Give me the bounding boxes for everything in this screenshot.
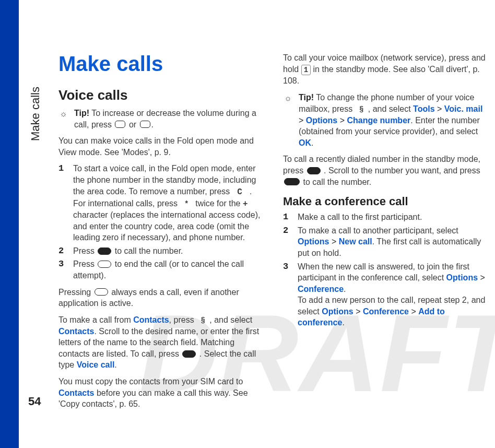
step-number: 1 [58,163,64,175]
step-text: to call the number. [112,246,183,255]
contacts-link: Contacts [58,388,94,397]
contacts-link: Contacts [133,315,169,324]
separator: > [353,307,363,316]
separator: > [329,237,338,246]
step-text: To make a call to another participant, s… [298,226,458,235]
list-item: 2 To make a call to another participant,… [283,225,490,259]
change-number-link: Change number [347,116,410,125]
tip-text-b: or [126,120,138,129]
text: Pressing [58,288,93,297]
call-key-icon [307,167,321,174]
text: . [311,138,313,147]
menu-key-icon: § [196,316,209,326]
list-item: 2 Press to call the number. [58,245,265,257]
conference-link: Conference [363,307,409,316]
tip-text-a: To increase or decrease the volume durin… [74,109,256,129]
text: , and select [368,104,413,113]
tip-label: Tip! [299,93,314,102]
paragraph-modes: You can make voice calls in the Fold ope… [58,135,265,158]
voic-mail-link: Voic. mail [444,104,483,113]
step-text: . [342,318,344,327]
options-link: Options [322,307,353,316]
paragraph-recent-dial: To call a recently dialed number in the … [283,154,490,187]
content-area: Make calls Voice calls ☼ Tip! To increas… [58,52,490,417]
step-text: To start a voice call, in the Fold open … [73,164,256,195]
joystick-icon [115,121,125,128]
ok-link: OK [299,138,311,147]
end-key-icon [95,288,108,296]
tip-text-c: . [151,120,154,129]
page-title: Make calls [58,52,265,76]
step-number: 2 [283,225,288,237]
list-item: 1 Make a call to the first participant. [283,211,490,223]
paragraph-voice-mailbox: To call your voice mailbox (network serv… [283,52,490,87]
text-columns: Make calls Voice calls ☼ Tip! To increas… [58,52,490,417]
clear-key-icon: C [232,187,248,197]
list-item: 3 Press to end the call (or to cancel th… [58,258,265,281]
options-link: Options [298,237,329,246]
call-key-icon [182,350,196,358]
separator: > [409,307,418,316]
blue-sidebar [0,0,19,448]
step-text: For international calls, press [73,199,180,208]
text: , and select [209,315,252,324]
step-text: twice for the [193,199,243,208]
options-link: Options [446,273,478,282]
new-call-link: New call [339,237,372,246]
call-key-icon [98,247,111,255]
text: , press [169,315,196,324]
voice-call-steps: 1 To start a voice call, in the Fold ope… [58,163,265,281]
step-number: 3 [283,261,288,273]
conference-steps: 1 Make a call to the first participant. … [283,211,490,328]
text: You must copy the contacts from your SIM… [58,377,243,386]
separator: > [478,273,485,282]
page: { "watermark": "DRAFT", "side_label": "M… [0,0,495,448]
lightbulb-icon: ☼ [284,92,292,104]
plus-char: + [243,199,248,208]
end-key-icon [98,261,111,268]
joystick-icon [140,121,150,128]
step-text: . [344,285,346,293]
menu-key-icon: § [355,105,368,115]
subsection-conference: Make a conference call [283,195,490,208]
tip-volume: ☼ Tip! To increase or decrease the volum… [58,108,265,130]
contacts-link: Contacts [58,327,94,336]
step-text: Press [73,246,97,255]
step-text: When the new call is answered, to join t… [298,262,469,282]
list-item: 3 When the new call is answered, to join… [283,261,490,329]
paragraph-copy-contacts: You must copy the contacts from your SIM… [58,376,265,410]
tip-change-mailbox: ☼ Tip! To change the phone number of you… [283,92,490,148]
list-item: 1 To start a voice call, in the Fold ope… [58,163,265,243]
side-label: Make calls [29,87,42,141]
separator: > [299,116,306,125]
tools-link: Tools [413,104,434,113]
step-text: Press [73,260,97,268]
text: . [114,360,116,369]
step-text: . [248,187,252,196]
text: . Scroll to the number you want, and pre… [322,166,480,175]
options-link: Options [306,116,337,125]
text: in the standby mode. See also 'Call dive… [283,65,480,86]
paragraph-end-key: Pressing always ends a call, even if ano… [58,287,265,309]
key-1-icon: 1 [301,65,311,76]
separator: > [435,104,444,113]
step-number: 3 [58,258,64,270]
call-key-icon [284,178,300,185]
step-text: Make a call to the first participant. [298,213,422,221]
lightbulb-icon: ☼ [60,108,67,120]
separator: > [337,116,347,125]
voice-call-link: Voice call [77,360,115,369]
section-voice-calls: Voice calls [58,87,265,103]
star-key-icon: * [180,199,193,209]
step-number: 2 [58,245,64,257]
side-label-container: Make calls [29,0,50,448]
step-number: 1 [283,211,288,223]
text: to call the number. [301,178,371,186]
conference-link: Conference [298,285,344,293]
step-text: character (replaces the international ac… [73,210,260,242]
tip-label: Tip! [74,109,89,117]
text: To make a call from [58,315,133,324]
paragraph-contacts-call: To make a call from Contacts, press § , … [58,314,265,371]
